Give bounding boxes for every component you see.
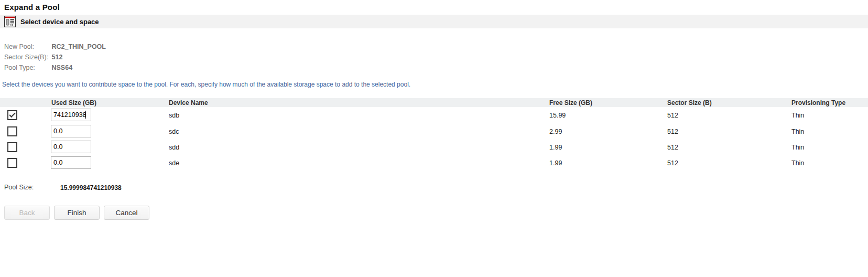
device-space-icon xyxy=(4,16,16,27)
sector-size-value: 512 xyxy=(667,112,678,119)
column-header-used-size: Used Size (GB) xyxy=(51,99,96,106)
provisioning-type: Thin xyxy=(791,112,804,119)
device-name: sdb xyxy=(169,112,179,119)
device-row-sdc: sdc 2.99 512 Thin xyxy=(0,124,868,140)
info-row-sector-size: Sector Size(B): 512 xyxy=(4,54,62,61)
column-header-device-name: Device Name xyxy=(169,99,208,106)
instruction-text: Select the devices you want to contribut… xyxy=(2,81,410,88)
step-header-bar: Select device and space xyxy=(0,15,868,28)
provisioning-type: Thin xyxy=(791,128,804,135)
free-size-value: 1.99 xyxy=(549,144,562,151)
text-cursor xyxy=(85,111,86,119)
device-name: sdd xyxy=(169,144,179,151)
new-pool-value: RC2_THIN_POOL xyxy=(51,43,106,50)
device-name: sdc xyxy=(169,128,179,135)
device-row-sdb: sdb 15.99 512 Thin xyxy=(0,108,868,123)
sector-size-value: 512 xyxy=(667,144,678,151)
device-checkbox-sdc[interactable] xyxy=(7,126,17,136)
free-size-value: 15.99 xyxy=(549,112,566,119)
info-row-new-pool: New Pool: RC2_THIN_POOL xyxy=(4,43,106,50)
device-checkbox-sdd[interactable] xyxy=(7,142,17,152)
device-checkbox-sde[interactable] xyxy=(7,158,17,168)
provisioning-type: Thin xyxy=(791,159,804,167)
page-title: Expand a Pool xyxy=(4,3,60,12)
device-row-sde: sde 1.99 512 Thin xyxy=(0,155,868,171)
column-header-provisioning: Provisioning Type xyxy=(791,99,845,106)
device-name: sde xyxy=(169,159,179,167)
pool-type-label: Pool Type: xyxy=(4,64,50,71)
sector-size-label: Sector Size(B): xyxy=(4,54,50,61)
free-size-value: 1.99 xyxy=(549,159,562,167)
back-button[interactable]: Back xyxy=(4,206,50,220)
table-header-row: Used Size (GB) Device Name Free Size (GB… xyxy=(0,98,868,107)
sector-size-value: 512 xyxy=(667,159,678,167)
step-title: Select device and space xyxy=(20,18,99,26)
cancel-button[interactable]: Cancel xyxy=(104,206,149,220)
pool-type-value: NSS64 xyxy=(51,64,72,71)
expand-pool-page: Expand a Pool Select device and space Ne… xyxy=(0,0,868,277)
device-checkbox-sdb[interactable] xyxy=(7,110,17,120)
info-row-pool-type: Pool Type: NSS64 xyxy=(4,64,72,71)
used-size-input-sde[interactable] xyxy=(51,156,91,169)
free-size-value: 2.99 xyxy=(549,128,562,135)
column-header-sector-size: Sector Size (B) xyxy=(667,99,712,106)
sector-size-value: 512 xyxy=(667,128,678,135)
used-size-input-sdd[interactable] xyxy=(51,141,91,153)
new-pool-label: New Pool: xyxy=(4,43,50,50)
finish-button[interactable]: Finish xyxy=(54,206,100,220)
sector-size-value: 512 xyxy=(51,54,62,61)
device-row-sdd: sdd 1.99 512 Thin xyxy=(0,140,868,155)
provisioning-type: Thin xyxy=(791,144,804,151)
used-size-input-sdc[interactable] xyxy=(51,125,91,137)
column-header-free-size: Free Size (GB) xyxy=(549,99,592,106)
pool-size-label: Pool Size: xyxy=(4,184,34,191)
pool-size-value: 15.999984741210938 xyxy=(60,184,122,191)
